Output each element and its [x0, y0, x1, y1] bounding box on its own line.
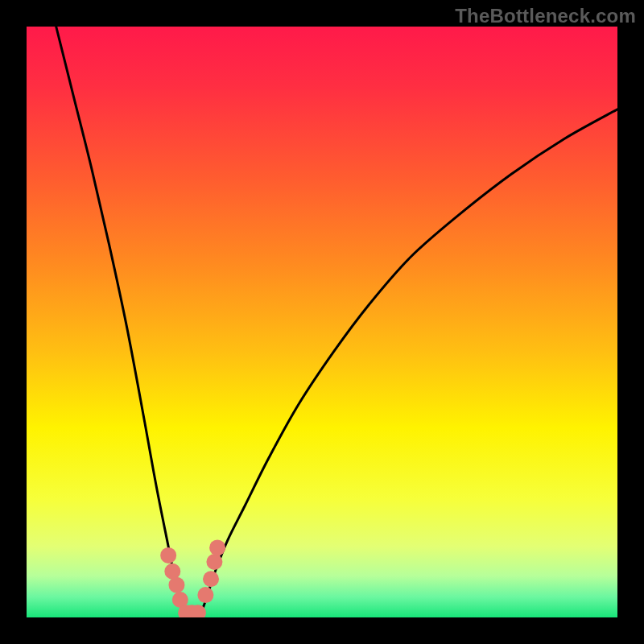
optimal-dot	[209, 539, 225, 555]
gradient-background	[27, 27, 617, 617]
outer-frame: TheBottleneck.com	[0, 0, 644, 644]
optimal-dot	[206, 554, 222, 570]
optimal-dot	[190, 605, 206, 621]
bottleneck-chart	[0, 0, 644, 644]
watermark-text: TheBottleneck.com	[455, 5, 636, 27]
optimal-dot	[164, 564, 180, 580]
optimal-dot	[203, 571, 219, 587]
optimal-dot	[160, 547, 176, 564]
optimal-dot	[197, 587, 213, 603]
optimal-dot	[168, 577, 184, 593]
